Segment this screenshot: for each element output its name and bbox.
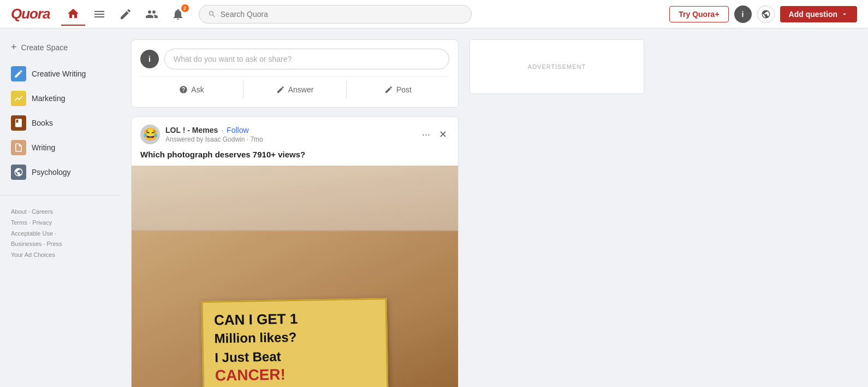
sidebar-item-psychology[interactable]: Psychology xyxy=(0,160,120,184)
marketing-icon xyxy=(11,91,26,106)
sidebar-item-marketing[interactable]: Marketing xyxy=(0,86,120,110)
try-quora-button[interactable]: Try Quora+ xyxy=(669,6,728,22)
ask-avatar: i xyxy=(140,50,159,68)
footer-press-link[interactable]: Press xyxy=(46,241,62,247)
answer-icon xyxy=(276,85,285,94)
post-actions-right: ··· ✕ xyxy=(420,127,449,142)
chevron-down-icon xyxy=(841,10,848,18)
books-icon xyxy=(11,115,26,131)
list-icon xyxy=(93,8,106,21)
people-icon xyxy=(145,8,158,21)
sidebar-footer: About · Careers Terms · Privacy Acceptab… xyxy=(0,195,120,261)
answer-button[interactable]: Answer xyxy=(243,81,346,98)
nav-list[interactable] xyxy=(87,3,111,25)
header-right: Try Quora+ i Add question xyxy=(669,5,857,23)
user-avatar[interactable]: i xyxy=(734,5,752,23)
search-icon xyxy=(208,10,216,19)
post-author-avatar: 😂 xyxy=(140,125,160,144)
meme-line4: CANCER! xyxy=(215,363,376,386)
quora-logo: Quora xyxy=(11,5,50,22)
sidebar-item-writing[interactable]: Writing xyxy=(0,136,120,160)
post-button[interactable]: Post xyxy=(347,81,449,98)
sidebar: + Create Space Creative Writing Marketin… xyxy=(0,28,120,387)
footer-about-link[interactable]: About xyxy=(11,208,27,215)
close-post-button[interactable]: ✕ xyxy=(437,127,449,142)
globe-icon xyxy=(761,9,771,19)
language-button[interactable] xyxy=(757,5,775,23)
post-question: Which photograph deserves 7910+ views? xyxy=(132,150,458,166)
nav-home[interactable] xyxy=(61,3,85,26)
ask-actions: Ask Answer Post xyxy=(140,76,449,98)
ask-icon xyxy=(179,85,188,94)
sidebar-item-creative-writing[interactable]: Creative Writing xyxy=(0,62,120,86)
post-icon xyxy=(384,85,393,94)
ask-input-field[interactable]: What do you want to ask or share? xyxy=(164,49,449,69)
ask-input-row: i What do you want to ask or share? xyxy=(140,49,449,69)
psychology-icon xyxy=(11,165,26,180)
post-meta: LOL ! - Memes · Follow Answered by Isaac… xyxy=(165,126,414,143)
nav-notifications[interactable]: 2 xyxy=(166,3,190,25)
page-layout: + Create Space Creative Writing Marketin… xyxy=(0,28,868,387)
writing-icon xyxy=(11,140,26,155)
ad-column: ADVERTISEMENT xyxy=(469,39,644,387)
meme-line2: Million likes? xyxy=(214,327,374,347)
notification-badge: 2 xyxy=(181,4,189,12)
add-question-button[interactable]: Add question xyxy=(780,6,857,22)
home-icon xyxy=(67,7,80,20)
advertisement-label: ADVERTISEMENT xyxy=(528,63,586,70)
meme-line1: CAN I GET 1 xyxy=(214,309,375,330)
main-content: i What do you want to ask or share? Ask xyxy=(120,28,868,387)
nav-edit[interactable] xyxy=(114,3,138,25)
post-image: CAN I GET 1 Million likes? I Just Beat C… xyxy=(132,166,458,387)
footer-careers-link[interactable]: Careers xyxy=(32,208,53,215)
create-space-button[interactable]: + Create Space xyxy=(0,37,120,57)
author-separator: · xyxy=(221,126,223,134)
search-bar[interactable] xyxy=(199,5,472,24)
ask-placeholder: What do you want to ask or share? xyxy=(174,55,292,63)
post-header: 😂 LOL ! - Memes · Follow Answered by Isa… xyxy=(132,117,458,150)
post-sub-line: Answered by Isaac Godwin · 7mo xyxy=(165,136,414,143)
more-options-button[interactable]: ··· xyxy=(420,127,432,142)
footer-acceptable-use-link[interactable]: Acceptable Use xyxy=(11,230,53,237)
plus-icon: + xyxy=(11,42,17,53)
nav-people[interactable] xyxy=(140,3,164,25)
footer-terms-link[interactable]: Terms xyxy=(11,219,27,226)
post-author-line: LOL ! - Memes · Follow xyxy=(165,126,414,134)
post-card: 😂 LOL ! - Memes · Follow Answered by Isa… xyxy=(131,116,459,387)
header: Quora xyxy=(0,0,868,28)
post-author-name[interactable]: LOL ! - Memes xyxy=(165,126,218,134)
footer-businesses-link[interactable]: Businesses xyxy=(11,241,41,247)
footer-privacy-link[interactable]: Privacy xyxy=(32,219,52,226)
creative-writing-icon xyxy=(11,66,26,81)
follow-button[interactable]: Follow xyxy=(227,126,248,134)
footer-ad-choices-link[interactable]: Your Ad Choices xyxy=(11,251,55,258)
feed-column: i What do you want to ask or share? Ask xyxy=(131,39,459,387)
edit-icon xyxy=(119,8,132,21)
advertisement-box: ADVERTISEMENT xyxy=(469,39,644,94)
ask-button[interactable]: Ask xyxy=(140,81,243,98)
header-nav: 2 xyxy=(61,3,190,26)
sidebar-item-books[interactable]: Books xyxy=(0,111,120,135)
search-input[interactable] xyxy=(221,10,462,19)
ask-box: i What do you want to ask or share? Ask xyxy=(131,39,459,108)
